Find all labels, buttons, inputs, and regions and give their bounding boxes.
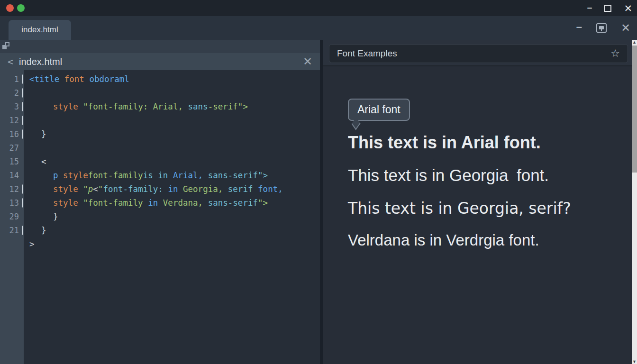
code-line: > <box>0 237 320 251</box>
code-line: 29} <box>0 209 320 223</box>
text-caret <box>22 184 23 193</box>
code-line: 16} <box>0 127 320 141</box>
line-number: 2 <box>0 88 24 98</box>
window-maximize-button[interactable] <box>604 5 611 12</box>
file-close-icon[interactable]: ✕ <box>303 55 312 68</box>
restore-windows-icon[interactable] <box>2 42 9 49</box>
pane-close-button[interactable]: ✕ <box>621 22 630 34</box>
code-line: 3style "font-family: Arial, sans-serif"> <box>0 100 320 113</box>
code-text: } <box>24 129 46 139</box>
window-close-button[interactable]: ✕ <box>624 3 632 13</box>
line-number: 27 <box>0 143 24 153</box>
code-text: } <box>24 212 58 221</box>
preview-title: Font Examples <box>337 48 397 59</box>
traffic-light-close-icon[interactable] <box>6 4 14 12</box>
preview-header-strip: Font Examples ☆ <box>323 40 637 66</box>
font-sample-text: This text is in Georgia, serif? <box>348 199 571 218</box>
font-label-tooltip: Arial font <box>348 99 410 121</box>
back-chevron-icon[interactable]: < <box>8 56 13 67</box>
breadcrumb: < index.html ✕ <box>0 53 320 70</box>
line-number: 12 <box>0 184 24 194</box>
scroll-down-icon[interactable]: ▼ <box>632 359 637 364</box>
code-area[interactable]: 1<title font obdoraml23style "font-famil… <box>0 70 320 364</box>
code-line: 13style "font-family in Verdana, sans-se… <box>0 196 320 209</box>
traffic-light-zoom-icon[interactable] <box>17 4 25 12</box>
line-number: 3 <box>0 102 24 111</box>
font-sample-text: This text is in Arial font. <box>348 133 541 153</box>
text-caret <box>22 226 23 235</box>
line-number: 29 <box>0 212 24 221</box>
font-sample-text: Velrdana is in Verdrgia font. <box>348 231 539 249</box>
window-titlebar: – ✕ <box>0 0 637 16</box>
preview-pane: Font Examples ☆ Arial font This text is … <box>323 40 637 364</box>
text-caret <box>22 88 23 97</box>
preview-scrollbar[interactable]: ▲ ▼ <box>632 40 637 364</box>
code-line: 2 <box>0 86 320 100</box>
code-line: 1<title font obdoraml <box>0 72 320 86</box>
text-caret <box>22 116 23 125</box>
code-text: > <box>24 239 35 249</box>
line-number: 14 <box>0 171 24 180</box>
code-line: 14p stylefont-familyis in Arial, sans-se… <box>0 168 320 182</box>
pane-minimize-button[interactable]: – <box>576 22 582 32</box>
tab-label: index.html <box>21 25 58 35</box>
main-split: < index.html ✕ 1<title font obdoraml23st… <box>0 40 637 364</box>
tooltip-label: Arial font <box>357 103 400 116</box>
line-number: 13 <box>0 198 24 208</box>
line-number: 16 <box>0 129 24 139</box>
line-number: 15 <box>0 157 24 166</box>
text-caret <box>22 102 23 111</box>
code-text: <title font obdoraml <box>24 74 129 84</box>
window-minimize-button[interactable]: – <box>587 3 592 12</box>
pane-restore-icon[interactable] <box>596 23 607 33</box>
font-sample-text: This text is in Georgia font. <box>348 166 549 185</box>
text-caret <box>22 74 23 83</box>
text-caret <box>22 129 23 138</box>
scrollbar-thumb[interactable] <box>632 46 637 173</box>
bookmark-star-icon[interactable]: ☆ <box>610 47 620 60</box>
tab-index-html[interactable]: index.html <box>9 20 71 40</box>
code-text: style "font-family: Arial, sans-serif"> <box>24 102 248 111</box>
code-line: 12 <box>0 113 320 127</box>
code-line: 27 <box>0 141 320 155</box>
scroll-up-icon[interactable]: ▲ <box>632 40 637 45</box>
code-text: } <box>24 226 46 235</box>
code-text: style "font-family in Verdana, sans-seri… <box>24 198 268 208</box>
editor-top-strip <box>0 40 320 53</box>
code-editor-pane: < index.html ✕ 1<title font obdoraml23st… <box>0 40 320 364</box>
code-text: style "p<"font-family: in Georgia, serif… <box>24 184 283 194</box>
code-line: 12style "p<"font-family: in Georgia, ser… <box>0 182 320 196</box>
tab-bar: index.html – ✕ <box>0 16 637 40</box>
code-line: 21} <box>0 223 320 237</box>
breadcrumb-filename: index.html <box>19 56 62 67</box>
line-number: 12 <box>0 116 24 125</box>
preview-title-bar: Font Examples ☆ <box>329 44 628 63</box>
line-number: 21 <box>0 226 24 235</box>
code-line: 15< <box>0 155 320 168</box>
code-text: < <box>24 157 46 166</box>
code-text: p stylefont-familyis in Arial, sans-seri… <box>24 171 268 180</box>
text-caret <box>22 198 23 207</box>
line-number: 1 <box>0 74 24 84</box>
